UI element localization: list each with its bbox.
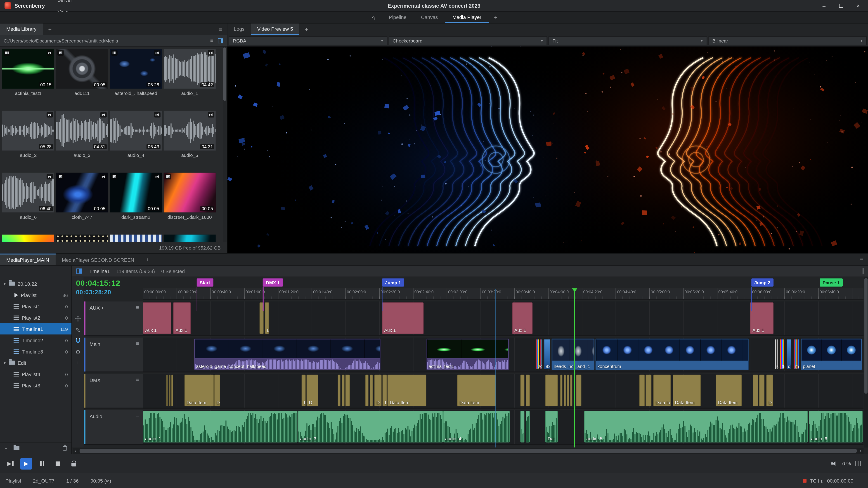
hscroll-thumb[interactable] — [80, 449, 857, 453]
track-lane-main[interactable]: asteroid_game_concept_halfspeedactinia_t… — [143, 338, 864, 372]
tree-item-edit[interactable]: ▾Edit — [0, 357, 71, 368]
move-tool-icon[interactable] — [72, 316, 84, 322]
tree-item-playlist2[interactable]: Playlist20 — [0, 312, 71, 323]
grid-view-icon[interactable] — [218, 38, 223, 43]
media-thumbnail[interactable] — [56, 235, 108, 242]
clip-aux-1[interactable]: Aux 1 — [512, 302, 532, 334]
clip-dmx[interactable] — [564, 375, 566, 406]
media-item[interactable] — [110, 235, 162, 242]
tree-item-playlist3[interactable]: Playlist30 — [0, 380, 71, 391]
nav-tab-pipeline[interactable]: Pipeline — [382, 12, 414, 23]
track-menu-icon[interactable]: ≡ — [136, 340, 139, 347]
marker-start[interactable]: Start — [196, 279, 213, 287]
media-thumbnail[interactable]: 00:05 — [164, 173, 216, 213]
mixer-icon[interactable] — [855, 461, 861, 466]
clip-dmx[interactable] — [545, 375, 558, 406]
clip-audio[interactable] — [526, 411, 530, 443]
marker-dmx-1[interactable]: DMX 1 — [263, 279, 283, 287]
track-lane-dmx[interactable]: Data ItemDDDDDData ItemData ItemData Ite… — [143, 374, 864, 409]
clip-i0[interactable]: i0 — [774, 338, 779, 370]
clip-aux-1[interactable]: Aux 1 — [143, 302, 172, 334]
track-header-main[interactable]: Main≡ — [84, 338, 143, 372]
volume-icon[interactable] — [831, 461, 838, 466]
select-background[interactable]: Checkerboard▾ — [389, 36, 547, 45]
minimize-button[interactable]: – — [823, 3, 826, 8]
magnet-tool-icon[interactable] — [72, 338, 84, 344]
clip-audio-5[interactable]: audio_5 — [584, 411, 808, 443]
clip-m[interactable]: m — [793, 338, 800, 370]
add-track-icon[interactable]: + — [72, 359, 84, 366]
media-item[interactable]: 05:28asteroid_..halfspeed — [110, 49, 162, 96]
clip-dmx[interactable] — [338, 375, 341, 406]
clip-heads-hot-and-c[interactable]: heads_hot_and_c — [552, 338, 594, 370]
clip-d[interactable]: D — [265, 302, 269, 334]
library-scrollbar[interactable] — [223, 46, 226, 242]
maximize-button[interactable] — [839, 4, 843, 8]
select-pixel-format[interactable]: RGBA▾ — [229, 36, 387, 45]
tree-item-playlist4[interactable]: Playlist40 — [0, 368, 71, 380]
clip-audio-1[interactable]: audio_1 — [143, 411, 297, 443]
clip-dmx[interactable] — [576, 375, 582, 406]
clip-d[interactable]: D — [302, 375, 306, 406]
clip-data-ite[interactable]: Data Ite — [653, 375, 671, 406]
clip-data-item[interactable]: Data Item — [457, 375, 496, 406]
clip-d[interactable]: D — [374, 375, 381, 406]
media-item[interactable]: 00:05discreet_..dark_1600 — [164, 173, 216, 220]
clip-dmx[interactable] — [169, 375, 170, 406]
media-item[interactable]: 00:05add111 — [56, 49, 108, 96]
media-item[interactable]: 06:40audio_6 — [2, 173, 54, 220]
add-library-tab-button[interactable]: + — [43, 24, 57, 35]
stop-button[interactable] — [52, 457, 64, 469]
media-item[interactable]: 00:05cloth_747 — [56, 173, 108, 220]
status-menu-icon[interactable]: ≡ — [860, 478, 863, 483]
lock-button[interactable] — [68, 457, 80, 469]
timeline-hscrollbar[interactable]: ‹ › — [73, 448, 864, 454]
clip-koncentrum[interactable]: koncentrum — [595, 338, 749, 370]
panel-layout-icon[interactable] — [863, 268, 864, 274]
secondary-playhead[interactable] — [495, 289, 496, 448]
media-thumbnail[interactable] — [2, 235, 54, 242]
media-item[interactable]: 04:31audio_5 — [164, 111, 216, 158]
scroll-right-icon[interactable]: › — [858, 449, 864, 453]
scroll-left-icon[interactable]: ‹ — [73, 449, 79, 453]
add-preview-tab-button[interactable]: + — [299, 24, 314, 35]
chevron-icon[interactable]: ▾ — [4, 282, 9, 286]
track-menu-icon[interactable]: ≡ — [136, 304, 139, 311]
media-item[interactable]: 05:28audio_2 — [2, 111, 54, 158]
chevron-icon[interactable]: ▾ — [4, 360, 9, 365]
media-thumbnail[interactable] — [164, 235, 216, 242]
status-playlist[interactable]: Playlist — [5, 478, 21, 483]
list-view-icon[interactable]: ≡ — [210, 37, 213, 44]
add-player-tab-button[interactable]: + — [141, 254, 155, 265]
media-item[interactable] — [2, 235, 54, 242]
tab-mediaplayer-second-screen[interactable]: MediaPlayer SECOND SCREEN — [55, 254, 141, 265]
clip-data-item[interactable]: Data Item — [388, 375, 427, 406]
tree-item-timeline2[interactable]: Timeline20 — [0, 334, 71, 346]
clip-dmx[interactable] — [759, 375, 765, 406]
nav-tab-media-player[interactable]: Media Player — [445, 12, 489, 23]
library-menu-icon[interactable]: ≡ — [215, 24, 227, 35]
media-item[interactable] — [56, 235, 108, 242]
tab-logs[interactable]: Logs — [227, 24, 251, 35]
clip-dmx[interactable] — [753, 375, 758, 406]
clip-82[interactable]: 82 — [543, 338, 551, 370]
track-menu-icon[interactable]: ≡ — [136, 413, 139, 419]
marker-pause-1[interactable]: Pause 1 — [819, 279, 843, 287]
pause-button[interactable] — [36, 457, 48, 469]
clip-d[interactable]: D — [214, 375, 220, 406]
media-thumbnail[interactable]: 04:42 — [164, 49, 216, 89]
media-thumbnail[interactable]: 00:05 — [56, 173, 108, 213]
clip-audio-6[interactable]: audio_6 — [809, 411, 862, 443]
clip-aux-1[interactable]: Aux 1 — [382, 302, 424, 334]
timeline-view-icon[interactable] — [76, 268, 82, 274]
clip-dmx[interactable] — [521, 375, 524, 406]
clip-dat[interactable]: Dat — [545, 411, 558, 443]
media-thumbnail[interactable] — [110, 235, 162, 242]
media-item[interactable] — [164, 235, 216, 242]
tree-item-playlist[interactable]: Playlist36 — [0, 289, 71, 301]
tree-item-timeline3[interactable]: Timeline30 — [0, 346, 71, 357]
clip-data-item[interactable]: Data Item — [716, 375, 742, 406]
media-thumbnail[interactable]: 05:28 — [2, 111, 54, 151]
new-folder-icon[interactable] — [14, 446, 20, 450]
close-button[interactable]: × — [857, 3, 860, 8]
